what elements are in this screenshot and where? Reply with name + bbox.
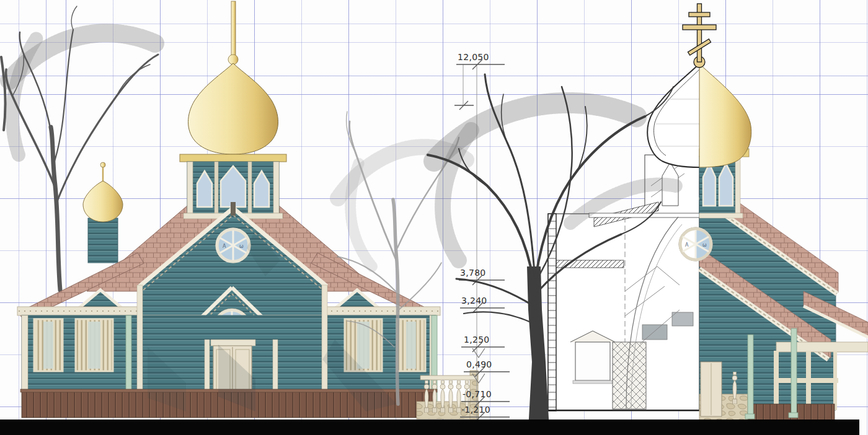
alpha-letter: А bbox=[685, 242, 689, 248]
architectural-drawing-canvas: А ω А ω bbox=[0, 0, 868, 435]
dome-cornice bbox=[180, 154, 286, 162]
elevation-mark-value: -1,210 bbox=[461, 405, 490, 415]
ground-line bbox=[0, 420, 859, 435]
omega-letter: ω bbox=[239, 244, 244, 249]
window-shuttered bbox=[397, 319, 425, 371]
chi-rho-window-right: А ω bbox=[679, 227, 712, 261]
interior-window bbox=[575, 342, 610, 380]
downspout bbox=[791, 328, 797, 415]
orthodox-cross bbox=[683, 4, 716, 68]
baluster bbox=[424, 380, 429, 413]
elevation-mark: 1,250 bbox=[461, 335, 505, 358]
elevation-mark: 12,050 bbox=[454, 52, 505, 110]
main-onion-dome bbox=[180, 1, 286, 162]
alpha-letter: А bbox=[223, 244, 226, 249]
elevation-mark-value: -0,710 bbox=[463, 389, 492, 399]
baluster bbox=[448, 380, 453, 413]
elevation-mark-value: 3,780 bbox=[460, 268, 486, 278]
elevation-mark-value: 3,240 bbox=[461, 296, 487, 305]
half-onion-dome bbox=[699, 64, 751, 167]
gable-pendant bbox=[231, 202, 236, 216]
small-onion-dome bbox=[83, 162, 123, 263]
window-shuttered bbox=[76, 319, 113, 371]
downspout bbox=[748, 335, 753, 416]
left-elevation: А ω А ω bbox=[17, 1, 479, 419]
elevation-mark: 3,240 bbox=[460, 296, 505, 313]
tree-left bbox=[1, 6, 158, 290]
baluster bbox=[456, 380, 461, 413]
baluster bbox=[440, 380, 445, 413]
elevation-mark-value: 12,050 bbox=[458, 52, 489, 62]
dome-section-outline bbox=[647, 64, 699, 167]
baluster bbox=[732, 372, 737, 404]
omega-letter: ω bbox=[702, 242, 707, 248]
chi-rho-window-upper: А ω bbox=[216, 228, 250, 263]
elevation-half bbox=[699, 64, 868, 421]
elevation-mark-value: 0,490 bbox=[466, 359, 492, 369]
window-shuttered bbox=[34, 319, 63, 371]
baluster bbox=[432, 380, 437, 413]
drawing-svg: А ω А ω bbox=[0, 0, 868, 435]
elevation-mark: -1,210 bbox=[460, 405, 510, 422]
elevation-mark-value: 1,250 bbox=[464, 335, 490, 345]
balustrade-rail bbox=[420, 376, 477, 380]
